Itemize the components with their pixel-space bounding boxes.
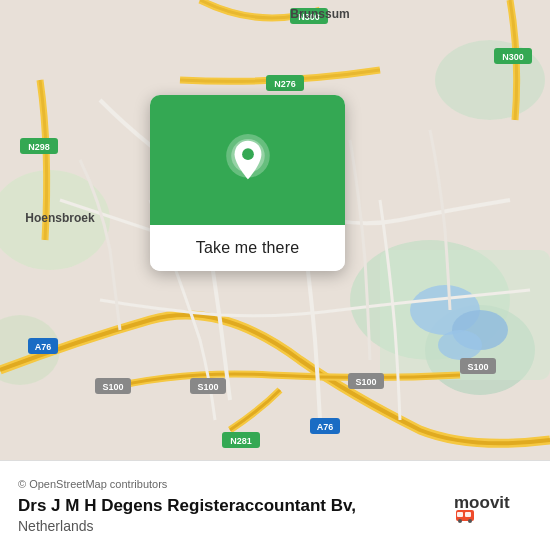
svg-point-38 [242,148,254,160]
svg-point-43 [458,519,462,523]
svg-text:S100: S100 [355,377,376,387]
moovit-logo: moovit [452,488,532,524]
svg-rect-42 [465,512,471,517]
place-country: Netherlands [18,518,356,534]
svg-text:S100: S100 [102,382,123,392]
map-area: N300 N276 N298 N300 A76 A76 S100 S100 S1… [0,0,550,460]
svg-rect-41 [457,512,463,517]
bottom-bar: © OpenStreetMap contributors Drs J M H D… [0,460,550,550]
copyright-text: © OpenStreetMap contributors [18,478,356,490]
popup-card: Take me there [150,95,345,271]
bottom-info: © OpenStreetMap contributors Drs J M H D… [18,478,356,534]
svg-text:Brunssum: Brunssum [290,7,349,21]
svg-text:N298: N298 [28,142,50,152]
svg-text:S100: S100 [467,362,488,372]
svg-point-9 [438,330,482,360]
svg-text:A76: A76 [317,422,334,432]
svg-text:Hoensbroek: Hoensbroek [25,211,95,225]
svg-text:S100: S100 [197,382,218,392]
place-name: Drs J M H Degens Registeraccountant Bv, [18,496,356,516]
svg-text:N300: N300 [502,52,524,62]
svg-text:N276: N276 [274,79,296,89]
location-pin-icon [222,134,274,186]
svg-text:A76: A76 [35,342,52,352]
svg-text:N281: N281 [230,436,252,446]
popup-header [150,95,345,225]
take-me-there-button[interactable]: Take me there [150,225,345,271]
svg-point-44 [468,519,472,523]
svg-text:moovit: moovit [454,493,510,512]
